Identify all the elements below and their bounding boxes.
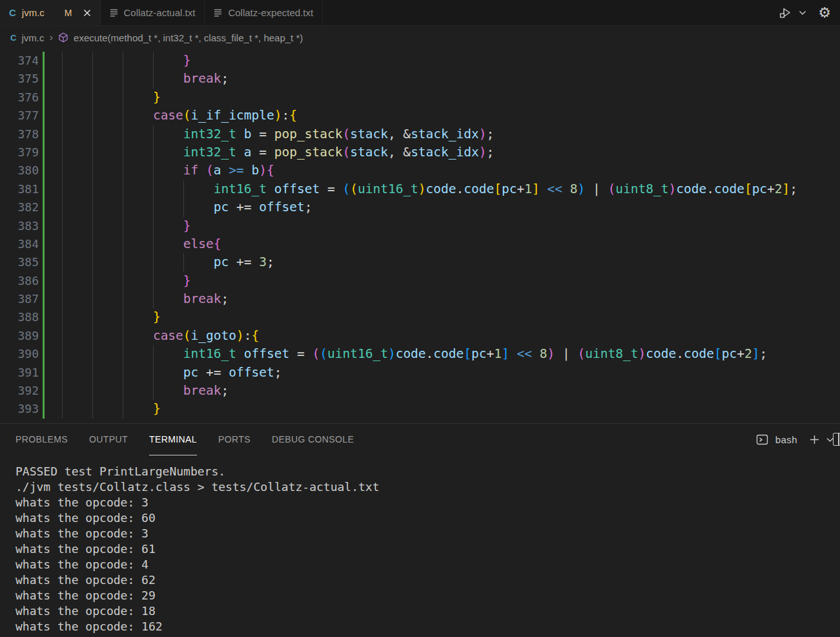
code-editor[interactable]: 374 }375 break;376 }377 case(i_if_icmple…	[0, 49, 840, 423]
code-text[interactable]: int32_t a = pop_stack(stack, &stack_idx)…	[62, 143, 494, 162]
line-number[interactable]: 379	[0, 143, 39, 162]
tab-collatz-actual[interactable]: Collatz-actual.txt	[101, 0, 205, 25]
code-text[interactable]: }	[62, 272, 191, 290]
code-token: a	[214, 163, 221, 178]
git-modified-gutter	[43, 345, 45, 363]
code-line[interactable]: 392 break;	[0, 382, 840, 400]
code-line[interactable]: 390 int16_t offset = ((uint16_t)code.cod…	[0, 345, 840, 363]
code-text[interactable]: case(i_if_icmple):{	[62, 107, 297, 125]
code-token: pop_stack	[274, 127, 343, 141]
code-line[interactable]: 375 break;	[0, 70, 840, 88]
settings-gear-icon[interactable]: ⚙	[818, 5, 831, 21]
code-token: code	[396, 346, 426, 361]
code-text[interactable]: }	[62, 400, 161, 418]
code-token: +=	[229, 200, 259, 214]
line-number[interactable]: 392	[0, 382, 39, 400]
code-line[interactable]: 379 int32_t a = pop_stack(stack, &stack_…	[0, 143, 840, 162]
code-text[interactable]: pc += offset;	[62, 198, 312, 216]
code-line[interactable]: 377 case(i_if_icmple):{	[0, 107, 840, 125]
code-text[interactable]: case(i_goto):{	[62, 327, 259, 345]
line-number[interactable]: 390	[0, 345, 39, 363]
code-text[interactable]: break;	[62, 70, 229, 88]
close-icon[interactable]	[83, 9, 91, 17]
code-token: pop_stack	[274, 145, 343, 160]
code-text[interactable]: }	[62, 52, 191, 70]
run-dropdown-chevron-icon[interactable]	[799, 10, 806, 16]
line-number[interactable]: 386	[0, 272, 39, 290]
code-text[interactable]: break;	[62, 290, 229, 308]
code-line[interactable]: 378 int32_t b = pop_stack(stack, &stack_…	[0, 125, 840, 143]
code-text[interactable]: pc += 3;	[62, 253, 274, 271]
git-modified-gutter	[43, 70, 45, 88]
code-token: ;	[274, 365, 282, 380]
code-line[interactable]: 387 break;	[0, 290, 840, 308]
line-number[interactable]: 391	[0, 364, 39, 382]
code-token: )	[274, 108, 282, 123]
code-line[interactable]: 376 }	[0, 89, 840, 107]
code-line[interactable]: 391 pc += offset;	[0, 364, 840, 382]
code-text[interactable]: int16_t offset = ((uint16_t)code.code[pc…	[62, 345, 767, 363]
line-number[interactable]: 382	[0, 198, 39, 216]
code-token: code	[676, 182, 706, 196]
code-text[interactable]: }	[62, 308, 161, 326]
code-line[interactable]: 393 }	[0, 400, 840, 418]
panel-tab-ports[interactable]: PORTS	[218, 424, 251, 455]
line-number[interactable]: 378	[0, 125, 39, 143]
panel-tab-debug-console[interactable]: DEBUG CONSOLE	[272, 424, 354, 455]
code-line[interactable]: 385 pc += 3;	[0, 253, 840, 271]
code-line[interactable]: 388 }	[0, 308, 840, 326]
breadcrumb-symbol[interactable]: execute(method_t *, int32_t *, class_fil…	[74, 32, 303, 43]
terminal-output[interactable]: PASSED test PrintLargeNumbers../jvm test…	[0, 455, 840, 634]
code-line[interactable]: 386 }	[0, 272, 840, 290]
line-number[interactable]: 375	[0, 70, 39, 88]
code-token: code	[646, 346, 676, 361]
run-debug-button[interactable]	[779, 6, 792, 19]
line-number[interactable]: 387	[0, 290, 39, 308]
breadcrumb-file[interactable]: jvm.c	[21, 32, 44, 43]
code-text[interactable]: else{	[62, 235, 221, 253]
line-number[interactable]: 385	[0, 253, 39, 271]
panel-tab-problems[interactable]: PROBLEMS	[15, 424, 68, 455]
line-number[interactable]: 384	[0, 235, 39, 253]
panel-tab-terminal[interactable]: TERMINAL	[149, 424, 197, 455]
line-number[interactable]: 388	[0, 308, 39, 326]
line-number[interactable]: 374	[0, 52, 39, 70]
split-terminal-icon[interactable]	[833, 433, 840, 446]
code-text[interactable]: break;	[62, 382, 229, 400]
line-number[interactable]: 389	[0, 327, 39, 345]
line-number[interactable]: 383	[0, 217, 39, 235]
panel-tab-output[interactable]: OUTPUT	[89, 424, 128, 455]
line-number[interactable]: 376	[0, 89, 39, 107]
code-text[interactable]: if (a >= b){	[62, 162, 274, 180]
code-token: b	[252, 163, 260, 178]
code-text[interactable]: int32_t b = pop_stack(stack, &stack_idx)…	[62, 125, 494, 143]
git-modified-gutter	[43, 162, 45, 180]
shell-name[interactable]: bash	[775, 434, 797, 445]
code-line[interactable]: 389 case(i_goto):{	[0, 327, 840, 345]
code-line[interactable]: 382 pc += offset;	[0, 198, 840, 216]
code-text[interactable]: int16_t offset = ((uint16_t)code.code[pc…	[62, 180, 797, 198]
code-text[interactable]: }	[62, 217, 191, 235]
tab-jvm-c[interactable]: C jvm.c M	[0, 0, 101, 25]
code-token: code	[684, 346, 714, 361]
line-number[interactable]: 380	[0, 162, 39, 180]
line-number[interactable]: 393	[0, 400, 39, 418]
line-number[interactable]: 381	[0, 180, 39, 198]
tab-collatz-expected[interactable]: Collatz-expected.txt	[205, 0, 323, 25]
code-line[interactable]: 384 else{	[0, 235, 840, 253]
txt-file-icon	[214, 8, 222, 17]
code-text[interactable]: }	[62, 89, 161, 107]
code-text[interactable]: pc += offset;	[62, 364, 282, 382]
code-line[interactable]: 383 }	[0, 217, 840, 235]
code-line[interactable]: 381 int16_t offset = ((uint16_t)code.cod…	[0, 180, 840, 198]
code-token: if	[183, 163, 198, 178]
new-terminal-plus-icon[interactable]	[810, 435, 819, 444]
code-token: 2	[775, 182, 783, 196]
code-token: +	[517, 182, 525, 196]
code-token: )	[236, 328, 244, 343]
code-token: =	[252, 127, 274, 141]
code-line[interactable]: 374 }	[0, 52, 840, 70]
code-line[interactable]: 380 if (a >= b){	[0, 162, 840, 180]
line-number[interactable]: 377	[0, 107, 39, 125]
code-token: (	[342, 127, 350, 141]
